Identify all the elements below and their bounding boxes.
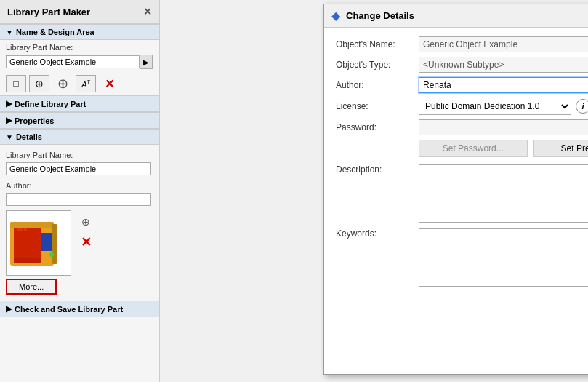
svg-rect-8 bbox=[24, 228, 27, 231]
close-left-panel-btn[interactable]: ✕ bbox=[143, 6, 152, 17]
delete-preview-btn[interactable]: ✕ bbox=[77, 234, 94, 251]
details-author-row bbox=[6, 193, 153, 206]
svg-rect-3 bbox=[10, 222, 54, 228]
dialog-form: Object's Name: Object's Type: Author: Li… bbox=[336, 36, 588, 164]
library-part-name-label: Library Part Name: bbox=[0, 40, 159, 53]
define-library-part-header[interactable]: ▶ Define Library Part bbox=[0, 95, 159, 112]
obj-name-row: Object's Name: bbox=[336, 36, 588, 52]
check-save-header[interactable]: ▶ Check and Save Library Part bbox=[0, 301, 159, 317]
keywords-row: Keywords: ▲ ▼ bbox=[336, 228, 588, 287]
password-row: Password: bbox=[336, 119, 588, 135]
left-panel-title: Library Part Maker ✕ bbox=[0, 0, 159, 24]
password-label: Password: bbox=[336, 122, 416, 132]
library-part-maker-title: Library Part Maker bbox=[7, 7, 90, 17]
text-icon: AT bbox=[81, 79, 90, 89]
description-label: Description: bbox=[336, 164, 416, 175]
keywords-label: Keywords: bbox=[336, 228, 416, 239]
add-preview-btn[interactable]: ⊕ bbox=[77, 213, 94, 231]
details-label: Details bbox=[16, 132, 42, 141]
properties-arrow: ▶ bbox=[6, 116, 12, 125]
svg-rect-4 bbox=[14, 258, 41, 263]
license-row: License: Public Domain Dedication 1.0 MI… bbox=[336, 98, 588, 115]
license-info-btn[interactable]: i bbox=[576, 99, 588, 114]
details-author-label: Author: bbox=[0, 178, 159, 191]
preview-area: ⊕ ✕ More... bbox=[6, 210, 153, 295]
dialog-title: Change Details bbox=[346, 10, 588, 21]
delete-preview-icon: ✕ bbox=[81, 234, 92, 250]
properties-header[interactable]: ▶ Properties bbox=[0, 112, 159, 129]
details-lib-name-input[interactable] bbox=[6, 162, 151, 175]
add-icon: ⊕ bbox=[57, 76, 68, 92]
define-library-arrow: ▶ bbox=[6, 99, 12, 108]
preview-box: ⊕ ✕ bbox=[6, 210, 153, 276]
check-save-arrow: ▶ bbox=[6, 304, 12, 314]
obj-name-input[interactable] bbox=[419, 36, 588, 52]
library-part-name-arrow-btn[interactable]: ▶ bbox=[140, 55, 153, 69]
rectangle-icon: □ bbox=[13, 79, 18, 89]
preview-ac-svg bbox=[7, 211, 71, 275]
keywords-input[interactable] bbox=[419, 229, 588, 286]
dialog-titlebar: ◆ Change Details ? ✕ bbox=[324, 4, 588, 28]
license-input-row: Public Domain Dedication 1.0 MIT Apache … bbox=[419, 98, 588, 115]
dialog-body: Object's Name: Object's Type: Author: Li… bbox=[324, 28, 588, 343]
preview-image bbox=[6, 210, 71, 276]
magnifier-icon: ⊕ bbox=[35, 78, 44, 89]
author-label: Author: bbox=[336, 80, 416, 90]
set-password-btn[interactable]: Set Password... bbox=[419, 140, 528, 157]
description-row: Description: ▲ ▼ bbox=[336, 164, 588, 223]
magnifier-tool-btn[interactable]: ⊕ bbox=[29, 75, 49, 92]
description-input[interactable] bbox=[419, 165, 588, 222]
rectangle-tool-btn[interactable]: □ bbox=[6, 75, 26, 92]
svg-rect-7 bbox=[17, 228, 23, 231]
dialog-title-icon: ◆ bbox=[331, 9, 340, 23]
password-btn-row: Set Password... Set Preview... bbox=[336, 140, 588, 157]
description-area: ▲ ▼ bbox=[419, 164, 588, 223]
design-toolbar: □ ⊕ ⊕ AT ✕ bbox=[0, 72, 159, 95]
name-design-arrow: ▼ bbox=[6, 28, 13, 36]
author-input[interactable] bbox=[419, 77, 588, 93]
set-preview-btn[interactable]: Set Preview... bbox=[533, 140, 589, 157]
more-btn-row: More... bbox=[6, 279, 153, 295]
text-tool-btn[interactable]: AT bbox=[76, 75, 96, 92]
library-part-name-input[interactable] bbox=[6, 55, 140, 68]
add-tool-btn[interactable]: ⊕ bbox=[52, 75, 73, 92]
btn-group: Set Password... Set Preview... bbox=[419, 140, 588, 157]
keywords-area: ▲ ▼ bbox=[419, 228, 588, 287]
details-arrow: ▼ bbox=[6, 133, 13, 141]
password-input[interactable] bbox=[419, 119, 588, 135]
license-label: License: bbox=[336, 101, 416, 111]
delete-icon: ✕ bbox=[105, 77, 114, 91]
obj-type-row: Object's Type: bbox=[336, 57, 588, 73]
license-select[interactable]: Public Domain Dedication 1.0 MIT Apache … bbox=[419, 98, 571, 115]
left-panel: Library Part Maker ✕ ▼ Name & Design Are… bbox=[0, 0, 160, 382]
more-button[interactable]: More... bbox=[6, 279, 57, 295]
details-content: Library Part Name: Author: bbox=[0, 145, 159, 301]
delete-tool-btn[interactable]: ✕ bbox=[99, 75, 119, 92]
details-author-input[interactable] bbox=[6, 193, 151, 206]
name-design-area-header[interactable]: ▼ Name & Design Area bbox=[0, 24, 159, 40]
author-row: Author: bbox=[336, 77, 588, 93]
add-preview-icon: ⊕ bbox=[81, 216, 90, 228]
svg-rect-2 bbox=[41, 233, 52, 251]
obj-name-label: Object's Name: bbox=[336, 39, 416, 49]
obj-type-label: Object's Type: bbox=[336, 60, 416, 70]
change-details-dialog: ◆ Change Details ? ✕ bbox=[323, 4, 588, 375]
check-save-label: Check and Save Library Part bbox=[15, 305, 123, 314]
svg-point-6 bbox=[49, 252, 54, 257]
obj-type-input[interactable] bbox=[419, 57, 588, 73]
define-library-label: Define Library Part bbox=[15, 100, 86, 108]
svg-rect-5 bbox=[52, 224, 57, 264]
details-lib-name-row bbox=[6, 162, 153, 175]
library-part-name-row: ▶ bbox=[6, 55, 153, 69]
name-design-label: Name & Design Area bbox=[16, 28, 94, 36]
preview-controls: ⊕ ✕ bbox=[77, 210, 94, 251]
dialog-footer: Cancel Change bbox=[324, 343, 588, 374]
details-header[interactable]: ▼ Details bbox=[0, 129, 159, 145]
properties-label: Properties bbox=[15, 116, 54, 125]
details-lib-name-label: Library Part Name: bbox=[0, 148, 159, 161]
main-content: ◆ Change Details ? ✕ bbox=[160, 0, 588, 382]
